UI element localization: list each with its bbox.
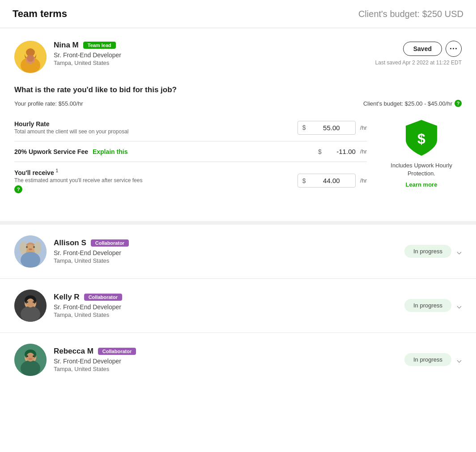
more-options-button[interactable]: ··· [446, 41, 462, 57]
you-receive-dollar: $ [302, 177, 306, 184]
clients-budget-header: Client's budget: $250 USD [358, 9, 463, 19]
svg-point-11 [20, 242, 27, 254]
collab-status-2: In progress [404, 353, 451, 366]
learn-more-link[interactable]: Learn more [406, 181, 438, 188]
avatar [14, 41, 47, 73]
header-actions: Saved ··· Last saved Apr 2 2022 at 11:22… [375, 41, 462, 66]
collab-location-0: Tampa, United States [54, 257, 397, 264]
svg-point-17 [29, 248, 32, 250]
service-fee-label: 20% Upwork Service Fee Explain this [14, 148, 318, 155]
collab-row-1: Kelly R Collaborator Sr. Front-End Devel… [14, 290, 462, 322]
rebecca-avatar-image [14, 344, 47, 376]
team-lead-info: Nina M Team lead Sr. Front-End Developer… [54, 41, 121, 66]
collaborator-section-1: Kelly R Collaborator Sr. Front-End Devel… [0, 279, 476, 333]
collab-location-2: Tampa, United States [54, 366, 397, 372]
collab-name-2: Rebecca M [54, 347, 94, 356]
chevron-down-icon-0[interactable]: ⌵ [457, 247, 462, 256]
collab-badge-0: Collaborator [91, 239, 129, 247]
chevron-down-icon-1[interactable]: ⌵ [457, 301, 462, 311]
saved-button[interactable]: Saved [403, 42, 442, 56]
you-receive-input-group: $ /hr [298, 174, 367, 188]
collab-status-0: In progress [404, 245, 451, 258]
svg-point-12 [34, 242, 41, 254]
collab-actions-0: In progress ⌵ [404, 245, 462, 258]
service-fee-value-group: $ -11.00 /hr [318, 148, 367, 155]
hourly-rate-row: Hourly Rate Total amount the client will… [14, 114, 367, 141]
svg-point-29 [26, 353, 34, 362]
collab-title-2: Sr. Front-End Developer [54, 358, 397, 365]
collab-actions-1: In progress ⌵ [404, 299, 462, 312]
collaborator-section-2: Rebecca M Collaborator Sr. Front-End Dev… [0, 333, 476, 387]
allison-avatar-image [14, 235, 47, 268]
hourly-rate-label: Hourly Rate Total amount the client will… [14, 120, 298, 135]
collab-badge-1: Collaborator [84, 294, 122, 301]
service-fee-unit: /hr [360, 148, 367, 155]
svg-point-22 [26, 298, 34, 307]
shield-wrapper: $ Includes Upwork Hourly Protection. Lea… [381, 118, 462, 188]
collab-name-0: Allison S [54, 239, 86, 247]
collaborator-section-0: Allison S Collaborator Sr. Front-End Dev… [0, 225, 476, 279]
avatar [14, 344, 47, 376]
you-receive-input[interactable] [309, 177, 340, 184]
avatar [14, 235, 47, 268]
avatar [14, 290, 47, 322]
client-budget-text: Client's budget: $25.00 - $45.00/hr ? [363, 100, 462, 107]
you-receive-info-icon[interactable]: ? [14, 185, 22, 193]
shield-text: Includes Upwork Hourly Protection. [381, 162, 462, 178]
hourly-rate-title: Hourly Rate [14, 120, 298, 128]
shield-icon: $ [401, 118, 442, 158]
svg-point-16 [33, 246, 35, 248]
svg-point-23 [26, 301, 28, 303]
you-receive-input-box[interactable]: $ [298, 174, 356, 188]
kelly-avatar-image [14, 290, 47, 322]
explain-link[interactable]: Explain this [93, 148, 128, 155]
svg-point-28 [21, 360, 40, 376]
rate-section: Hourly Rate Total amount the client will… [14, 114, 462, 200]
page-header: Team terms Client's budget: $250 USD [0, 0, 476, 28]
collab-row-0: Allison S Collaborator Sr. Front-End Dev… [14, 235, 462, 268]
service-fee-value: -11.00 [329, 148, 356, 155]
you-receive-unit: /hr [360, 177, 367, 184]
you-receive-row: You'll receive 1 The estimated amount yo… [14, 162, 367, 200]
hourly-rate-input[interactable] [309, 124, 340, 132]
svg-point-21 [21, 306, 40, 322]
team-lead-name: Nina M [54, 41, 79, 50]
profile-rate-text: Your profile rate: $55.00/hr [14, 100, 83, 107]
service-fee-dollar: $ [318, 148, 322, 155]
collab-title-0: Sr. Front-End Developer [54, 249, 397, 256]
hourly-rate-unit: /hr [360, 124, 367, 131]
svg-point-14 [21, 252, 40, 268]
collab-info-2: Rebecca M Collaborator Sr. Front-End Dev… [54, 347, 397, 372]
client-budget-info-icon[interactable]: ? [455, 100, 462, 107]
svg-point-24 [33, 301, 34, 303]
profile-rate-row: Your profile rate: $55.00/hr Client's bu… [14, 100, 462, 107]
collab-title-1: Sr. Front-End Developer [54, 303, 397, 311]
collab-name-1: Kelly R [54, 293, 80, 302]
service-fee-row: 20% Upwork Service Fee Explain this $ -1… [14, 141, 367, 162]
you-receive-label: You'll receive 1 The estimated amount yo… [14, 168, 298, 193]
collab-status-1: In progress [404, 299, 451, 312]
service-fee-title: 20% Upwork Service Fee Explain this [14, 148, 318, 155]
team-lead-row: Nina M Team lead Sr. Front-End Developer… [14, 41, 121, 73]
svg-point-32 [29, 358, 32, 360]
chevron-down-icon-2[interactable]: ⌵ [457, 355, 462, 365]
hourly-rate-sublabel: Total amount the client will see on your… [14, 128, 298, 135]
collab-info-1: Kelly R Collaborator Sr. Front-End Devel… [54, 293, 397, 318]
collab-info-0: Allison S Collaborator Sr. Front-End Dev… [54, 239, 397, 264]
last-saved-text: Last saved Apr 2 2022 at 11:22 EDT [375, 60, 462, 66]
hourly-rate-input-group: $ /hr [298, 121, 367, 135]
collab-location-1: Tampa, United States [54, 311, 397, 318]
svg-point-30 [26, 355, 28, 357]
you-receive-title: You'll receive 1 [14, 168, 298, 176]
service-fee-static: $ -11.00 [318, 148, 356, 155]
collab-row-2: Rebecca M Collaborator Sr. Front-End Dev… [14, 344, 462, 376]
page-title: Team terms [13, 8, 67, 20]
hourly-rate-input-box[interactable]: $ [298, 121, 356, 135]
bid-question-section: What is the rate you'd like to bid for t… [14, 85, 462, 200]
collab-actions-2: In progress ⌵ [404, 353, 462, 366]
svg-point-6 [27, 55, 34, 62]
rate-left: Hourly Rate Total amount the client will… [14, 114, 367, 200]
nina-avatar-image [14, 41, 47, 73]
svg-point-15 [26, 246, 28, 248]
svg-point-31 [33, 355, 34, 357]
